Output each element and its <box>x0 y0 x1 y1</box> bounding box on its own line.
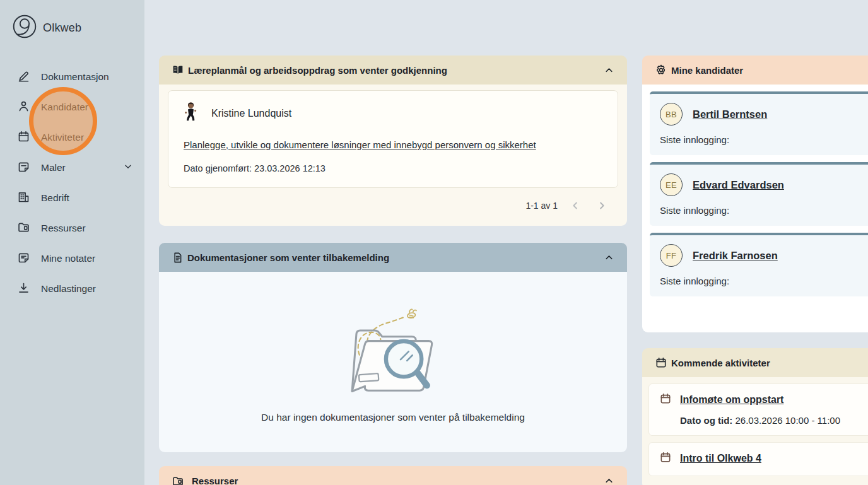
sidebar-item-label: Bedrift <box>41 192 69 204</box>
sticky-note-icon <box>17 251 30 267</box>
empty-state-message: Du har ingen dokumentasjoner som venter … <box>261 412 525 423</box>
activity-list-item: Infomøte om oppstart Dato og tid: 26.03.… <box>648 383 868 436</box>
book-icon <box>172 64 184 76</box>
pencil-icon <box>17 69 30 85</box>
calendar-icon <box>17 130 30 146</box>
pagination-prev-button[interactable] <box>566 197 584 214</box>
candidate-avatar-image <box>184 102 197 126</box>
activity-title-link[interactable]: Intro til Olkweb 4 <box>680 453 761 464</box>
last-login-label: Siste innlogging: <box>660 134 868 145</box>
building-icon <box>17 190 30 206</box>
upcoming-activities-card-body: Infomøte om oppstart Dato og tid: 26.03.… <box>642 377 868 485</box>
approvals-card: Læreplanmål og arbeidsoppdrag som venter… <box>159 56 627 226</box>
upcoming-activities-card: Kommende aktiviteter Infomøte om oppstar… <box>642 348 868 485</box>
download-icon <box>17 281 30 297</box>
sidebar-item-bedrift[interactable]: Bedrift <box>0 183 144 213</box>
person-icon <box>17 100 30 115</box>
last-login-label: Siste innlogging: <box>660 276 868 286</box>
approval-list-item: Kristine Lundquist Planlegge, utvikle og… <box>168 90 618 188</box>
olkweb-logo-icon <box>12 14 37 42</box>
date-completed: Dato gjenomført: 23.03.2026 12:13 <box>184 163 602 173</box>
sidebar-item-label: Nedlastinger <box>41 283 96 295</box>
sidebar-nav: Dokumentasjon Kandidater Aktiviteter <box>0 62 144 304</box>
candidate-list-item: FF Fredrik Farnosen Siste innlogging: <box>650 233 868 296</box>
document-icon <box>172 252 184 264</box>
sidebar-item-mine-notater[interactable]: Mine notater <box>0 243 144 274</box>
my-candidates-card: Mine kandidater BB Bertil Berntsen Siste… <box>642 56 868 332</box>
pagination: 1-1 av 1 <box>168 188 618 221</box>
resources-card: Ressurser <box>159 466 627 485</box>
sidebar: Olkweb Dokumentasjon Kandidater <box>0 0 144 485</box>
candidate-name-link[interactable]: Edvard Edvardsen <box>693 179 784 191</box>
collapse-chevron-up-icon[interactable] <box>604 252 614 263</box>
folder-icon <box>172 475 184 485</box>
approvals-card-header[interactable]: Læreplanmål og arbeidsoppdrag som venter… <box>159 56 627 85</box>
candidate-name-link[interactable]: Bertil Berntsen <box>693 108 767 120</box>
sidebar-item-ressurser[interactable]: Ressurser <box>0 213 144 243</box>
candidate-name: Kristine Lundquist <box>211 108 291 119</box>
note-icon <box>17 160 30 176</box>
activity-list-item: Intro til Olkweb 4 <box>648 442 868 476</box>
sidebar-item-label: Maler <box>41 162 66 173</box>
feedback-card-header[interactable]: Dokumentasjoner som venter tilbakemeldin… <box>159 243 627 272</box>
feedback-card-body: Du har ingen dokumentasjoner som venter … <box>159 272 627 452</box>
sidebar-item-label: Kandidater <box>41 102 88 113</box>
candidate-name-link[interactable]: Fredrik Farnosen <box>693 250 778 262</box>
calendar-icon <box>659 392 672 407</box>
calendar-icon <box>655 356 667 369</box>
activity-datetime: Dato og tid: 26.03.2026 10:00 - 11:00 <box>680 415 868 426</box>
chevron-down-icon[interactable] <box>123 161 133 174</box>
upcoming-activities-card-title: Kommende aktiviteter <box>671 358 770 368</box>
approvals-card-body: Kristine Lundquist Planlegge, utvikle og… <box>159 85 627 226</box>
candidate-initials-avatar: BB <box>660 103 683 126</box>
olkweb-dashboard: Olkweb Dokumentasjon Kandidater <box>0 0 868 485</box>
feedback-card: Dokumentasjoner som venter tilbakemeldin… <box>159 243 627 452</box>
learning-goal-link[interactable]: Planlegge, utvikle og dokumentere løsnin… <box>184 139 536 150</box>
calendar-icon <box>659 451 672 466</box>
pagination-next-button[interactable] <box>593 197 611 214</box>
last-login-label: Siste innlogging: <box>660 205 868 216</box>
sidebar-item-dokumentasjon[interactable]: Dokumentasjon <box>0 62 144 92</box>
sidebar-item-label: Ressurser <box>41 223 86 234</box>
sidebar-item-nedlastinger[interactable]: Nedlastinger <box>0 274 144 304</box>
pagination-range: 1-1 av 1 <box>525 201 558 211</box>
brand-name: Olkweb <box>43 21 81 35</box>
sidebar-item-maler[interactable]: Maler <box>0 153 144 183</box>
sidebar-item-label: Aktiviteter <box>41 132 84 143</box>
sidebar-item-aktiviteter[interactable]: Aktiviteter <box>0 122 144 153</box>
collapse-chevron-up-icon[interactable] <box>604 65 614 76</box>
sidebar-item-label: Mine notater <box>41 253 95 264</box>
feedback-card-title: Dokumentasjoner som venter tilbakemeldin… <box>187 252 389 263</box>
candidate-initials-avatar: EE <box>660 173 683 196</box>
folder-icon <box>17 221 30 237</box>
candidate-initials-avatar: FF <box>660 244 683 267</box>
sidebar-item-label: Dokumentasjon <box>41 71 109 83</box>
collapse-chevron-up-icon[interactable] <box>604 476 614 485</box>
my-candidates-card-header[interactable]: Mine kandidater <box>642 56 868 85</box>
resources-link[interactable]: Ressurser <box>192 476 238 485</box>
my-candidates-card-body: BB Bertil Berntsen Siste innlogging: EE … <box>642 85 868 332</box>
olkweb-logo[interactable]: Olkweb <box>0 13 144 42</box>
resources-card-header[interactable]: Ressurser <box>159 466 627 485</box>
candidate-list-item: EE Edvard Edvardsen Siste innlogging: <box>650 162 868 226</box>
my-candidates-card-title: Mine kandidater <box>671 65 743 76</box>
candidate-list-item: BB Bertil Berntsen Siste innlogging: <box>650 91 868 155</box>
gear-icon <box>655 64 667 76</box>
right-column: Mine kandidater BB Bertil Berntsen Siste… <box>642 56 868 485</box>
approvals-card-title: Læreplanmål og arbeidsoppdrag som venter… <box>188 65 447 76</box>
main-column: Læreplanmål og arbeidsoppdrag som venter… <box>159 56 627 485</box>
empty-folder-illustration <box>333 301 453 403</box>
upcoming-activities-card-header[interactable]: Kommende aktiviteter <box>642 348 868 377</box>
activity-title-link[interactable]: Infomøte om oppstart <box>680 394 783 406</box>
sidebar-item-kandidater[interactable]: Kandidater <box>0 92 144 122</box>
